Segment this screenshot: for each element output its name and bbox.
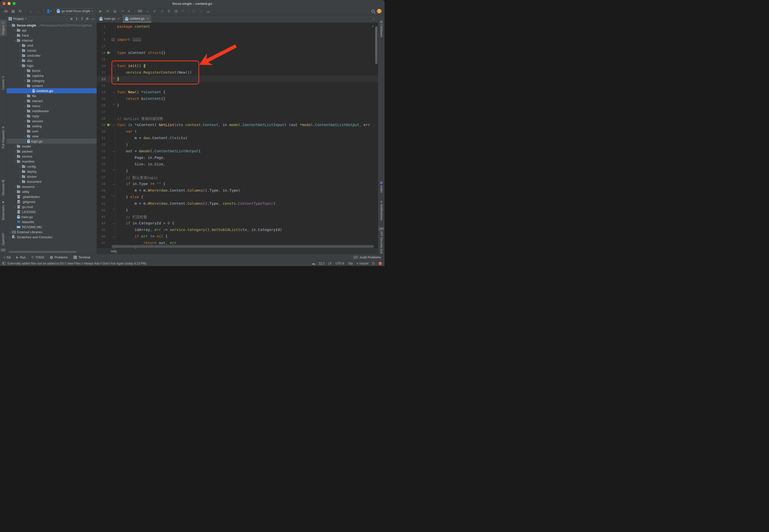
chevron-icon[interactable]: › bbox=[9, 23, 11, 27]
stripe-button-api[interactable]: /API bbox=[1, 247, 6, 253]
close-icon[interactable]: ✕ bbox=[146, 17, 149, 20]
tree-item-document[interactable]: ›document bbox=[7, 179, 97, 184]
chevron-icon[interactable]: › bbox=[23, 130, 27, 133]
hide-panel-icon[interactable]: — bbox=[91, 17, 95, 21]
line-number[interactable]: 29 bbox=[97, 123, 106, 127]
code-line-3[interactable]: 3+import ... bbox=[97, 36, 378, 43]
layout-icon[interactable] bbox=[3, 262, 6, 265]
tree-item-view[interactable]: ›view bbox=[7, 134, 97, 139]
chevron-icon[interactable]: › bbox=[13, 150, 17, 153]
code-line-17[interactable]: 17 bbox=[97, 43, 378, 49]
code-line-19[interactable]: 19 bbox=[97, 56, 378, 63]
line-number[interactable]: 19 bbox=[97, 57, 106, 61]
fold-end-icon[interactable]: ⌃ bbox=[113, 104, 114, 106]
chevron-icon[interactable]: › bbox=[18, 59, 22, 62]
chevron-icon[interactable]: › bbox=[23, 135, 27, 138]
chevron-icon[interactable]: › bbox=[13, 155, 17, 158]
tree-item-packed[interactable]: ›packed bbox=[7, 149, 97, 154]
indent-style[interactable]: Tab bbox=[348, 262, 353, 265]
tree-item-captcha[interactable]: ›captcha bbox=[7, 73, 97, 78]
line-number[interactable]: 37 bbox=[97, 175, 106, 179]
fold-collapsed-icon[interactable]: + bbox=[112, 38, 114, 41]
expand-all-icon[interactable]: ↥ bbox=[75, 17, 78, 21]
code-line-37[interactable]: 37 // 默认查询topic bbox=[97, 174, 378, 181]
code-line-35[interactable]: 35 Size: in.Size, bbox=[97, 161, 378, 167]
sync-icon[interactable]: ↻ bbox=[17, 8, 23, 14]
chevron-icon[interactable]: › bbox=[14, 39, 16, 42]
line-number[interactable]: 34 bbox=[97, 156, 106, 160]
toolwindow-button-git[interactable]: ⑂Git bbox=[4, 256, 11, 259]
code-line-41[interactable]: 41 m = m.Where(dao.Content.Columns().Typ… bbox=[97, 200, 378, 207]
line-number[interactable]: 24 bbox=[97, 90, 106, 94]
code-line-20[interactable]: 20⌄func init() { bbox=[97, 63, 378, 69]
back-icon[interactable]: ← bbox=[28, 8, 34, 14]
collapse-all-icon[interactable]: ↧ bbox=[80, 17, 83, 21]
chevron-icon[interactable]: › bbox=[19, 64, 21, 67]
code-line-24[interactable]: 24⌄func New() *sContent { bbox=[97, 89, 378, 95]
stripe-button-openapi[interactable]: OpenAPI bbox=[2, 232, 5, 247]
line-number[interactable]: 43 bbox=[97, 215, 106, 219]
code-line-31[interactable]: 31 m = dao.Content.Ctx(ctx) bbox=[97, 135, 378, 141]
line-number[interactable]: 40 bbox=[97, 195, 106, 199]
stop-icon[interactable]: ■ bbox=[126, 8, 132, 14]
fold-end-icon[interactable]: ⌃ bbox=[113, 209, 114, 211]
chevron-icon[interactable]: › bbox=[18, 175, 22, 178]
stripe-button-project[interactable]: 🗀Project bbox=[0, 20, 7, 36]
chevron-icon[interactable]: › bbox=[23, 95, 27, 97]
chevron-icon[interactable]: › bbox=[13, 205, 17, 208]
line-number[interactable]: 3 bbox=[97, 38, 106, 42]
cloud-settings-icon[interactable]: ☁ bbox=[311, 261, 315, 265]
tree-item-user[interactable]: ›user bbox=[7, 129, 97, 134]
chevron-icon[interactable]: › bbox=[8, 231, 12, 233]
stripe-button-api-security-audit[interactable]: /APIAPI Security Audit bbox=[379, 226, 384, 257]
line-number[interactable]: 2 bbox=[97, 31, 106, 35]
chevron-icon[interactable]: › bbox=[13, 34, 17, 37]
chevron-icon[interactable]: › bbox=[23, 105, 27, 107]
tree-item-.gitignore[interactable]: .gitignore bbox=[7, 199, 97, 204]
tree-item-bizctx[interactable]: ›bizctx bbox=[7, 68, 97, 73]
tree-item-readme.md[interactable]: README.MD bbox=[7, 224, 97, 229]
locate-file-icon[interactable]: ⊕ bbox=[70, 17, 73, 21]
fold-open-icon[interactable]: ⌄ bbox=[113, 222, 114, 224]
tree-item-makefile[interactable]: MMakefile bbox=[7, 219, 97, 224]
chevron-icon[interactable]: › bbox=[23, 120, 27, 123]
tree-item-setting[interactable]: ›setting bbox=[7, 124, 97, 129]
user-profile-icon[interactable]: 👤▾ bbox=[46, 8, 52, 14]
editor-vscrollbar[interactable] bbox=[375, 26, 377, 64]
line-number[interactable]: 25 bbox=[97, 97, 106, 101]
line-number[interactable]: 30 bbox=[97, 130, 106, 133]
open-project-icon[interactable]: 🗁 bbox=[3, 8, 9, 14]
chevron-icon[interactable]: › bbox=[18, 49, 22, 52]
tree-item-dao[interactable]: ›dao bbox=[7, 58, 97, 63]
push-icon[interactable]: ↗ bbox=[159, 8, 165, 14]
stripe-button-commit[interactable]: ⊙Commit bbox=[2, 74, 5, 91]
close-icon[interactable]: ✕ bbox=[117, 17, 120, 20]
chevron-icon[interactable]: › bbox=[23, 110, 27, 112]
line-number[interactable]: 46 bbox=[97, 234, 106, 238]
chevron-icon[interactable]: › bbox=[14, 160, 16, 163]
toolwindow-button-audit-problems[interactable]: /APIAudit Problems bbox=[353, 256, 381, 259]
code-line-23[interactable]: 23 bbox=[97, 82, 378, 89]
editor-hscrollbar[interactable] bbox=[111, 245, 374, 248]
project-tree-hscrollbar[interactable] bbox=[9, 251, 77, 253]
run-configuration-select[interactable]: go build focus-single ▾ bbox=[54, 8, 95, 14]
code-line-43[interactable]: 43 // 栏目检索 bbox=[97, 213, 378, 220]
chevron-icon[interactable]: › bbox=[18, 54, 22, 57]
code-editor[interactable]: 1package content23+import ...1718I↑type … bbox=[97, 23, 378, 248]
code-line-29[interactable]: 29I↑⌄func (s *sContent) GetList(ctx cont… bbox=[97, 122, 378, 128]
line-number[interactable]: 48 bbox=[97, 248, 106, 249]
tree-item-service[interactable]: ›service bbox=[7, 154, 97, 159]
fold-end-icon[interactable]: ⌃ bbox=[113, 248, 114, 248]
chevron-icon[interactable]: › bbox=[23, 125, 27, 128]
caret-position[interactable]: 22:2 bbox=[318, 262, 324, 265]
profiler-icon[interactable]: ◔▾ bbox=[119, 8, 125, 14]
rollback-icon[interactable]: ↶ bbox=[180, 8, 186, 14]
line-number[interactable]: 23 bbox=[97, 84, 106, 87]
stripe-button-make[interactable]: Mmake bbox=[380, 180, 383, 194]
chevron-icon[interactable]: › bbox=[13, 185, 17, 188]
implemented-icon[interactable]: I↑ bbox=[107, 51, 111, 54]
editor-options-icon[interactable]: ⋮ bbox=[369, 17, 378, 21]
chevron-icon[interactable]: › bbox=[23, 74, 27, 77]
debug-icon[interactable]: 🞻 bbox=[105, 8, 111, 14]
stripe-button-structure[interactable]: ▤Structure bbox=[2, 178, 5, 197]
